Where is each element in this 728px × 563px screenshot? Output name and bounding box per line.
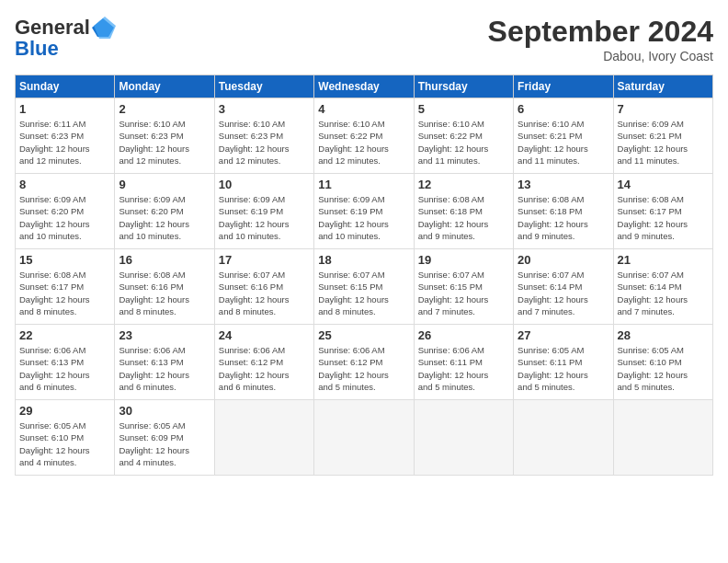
day-info: Sunrise: 6:07 AMSunset: 6:15 PMDaylight:… xyxy=(418,269,509,317)
calendar-cell: 30 Sunrise: 6:05 AMSunset: 6:09 PMDaylig… xyxy=(115,400,214,476)
day-number: 24 xyxy=(219,328,310,342)
calendar-header-row: SundayMondayTuesdayWednesdayThursdayFrid… xyxy=(16,75,713,98)
calendar-cell: 2 Sunrise: 6:10 AMSunset: 6:23 PMDayligh… xyxy=(115,98,214,174)
calendar-week-row: 15 Sunrise: 6:08 AMSunset: 6:17 PMDaylig… xyxy=(16,249,713,325)
calendar-cell: 16 Sunrise: 6:08 AMSunset: 6:16 PMDaylig… xyxy=(115,249,214,325)
day-number: 6 xyxy=(518,102,609,116)
day-info: Sunrise: 6:10 AMSunset: 6:23 PMDaylight:… xyxy=(219,118,310,167)
day-number: 22 xyxy=(19,328,110,342)
day-info: Sunrise: 6:10 AMSunset: 6:23 PMDaylight:… xyxy=(119,118,210,167)
calendar-header-sunday: Sunday xyxy=(16,75,115,98)
calendar-week-row: 29 Sunrise: 6:05 AMSunset: 6:10 PMDaylig… xyxy=(16,400,713,476)
day-info: Sunrise: 6:06 AMSunset: 6:13 PMDaylight:… xyxy=(19,344,110,393)
day-info: Sunrise: 6:07 AMSunset: 6:14 PMDaylight:… xyxy=(618,269,709,317)
day-info: Sunrise: 6:05 AMSunset: 6:10 PMDaylight:… xyxy=(19,419,110,468)
day-number: 8 xyxy=(19,178,110,191)
day-info: Sunrise: 6:08 AMSunset: 6:17 PMDaylight:… xyxy=(19,269,110,317)
day-info: Sunrise: 6:10 AMSunset: 6:21 PMDaylight:… xyxy=(518,118,609,167)
calendar-week-row: 1 Sunrise: 6:11 AMSunset: 6:23 PMDayligh… xyxy=(16,98,713,174)
day-info: Sunrise: 6:07 AMSunset: 6:16 PMDaylight:… xyxy=(219,269,310,317)
calendar-cell: 7 Sunrise: 6:09 AMSunset: 6:21 PMDayligh… xyxy=(613,98,712,174)
calendar-cell: 18 Sunrise: 6:07 AMSunset: 6:15 PMDaylig… xyxy=(314,249,414,325)
calendar-cell: 13 Sunrise: 6:08 AMSunset: 6:18 PMDaylig… xyxy=(514,174,613,249)
day-info: Sunrise: 6:09 AMSunset: 6:20 PMDaylight:… xyxy=(19,193,110,242)
day-number: 19 xyxy=(418,253,509,267)
calendar-header-friday: Friday xyxy=(514,75,613,98)
title-block: September 2024 Dabou, Ivory Coast xyxy=(488,15,713,63)
day-number: 16 xyxy=(119,253,210,267)
day-info: Sunrise: 6:08 AMSunset: 6:18 PMDaylight:… xyxy=(518,193,609,242)
calendar-header-wednesday: Wednesday xyxy=(314,75,414,98)
calendar-cell: 9 Sunrise: 6:09 AMSunset: 6:20 PMDayligh… xyxy=(115,174,214,249)
day-info: Sunrise: 6:06 AMSunset: 6:11 PMDaylight:… xyxy=(418,344,509,393)
day-number: 26 xyxy=(418,328,509,342)
calendar-cell: 21 Sunrise: 6:07 AMSunset: 6:14 PMDaylig… xyxy=(613,249,712,325)
calendar-cell: 22 Sunrise: 6:06 AMSunset: 6:13 PMDaylig… xyxy=(16,325,115,400)
calendar-header-monday: Monday xyxy=(115,75,214,98)
day-number: 2 xyxy=(119,102,210,116)
day-info: Sunrise: 6:06 AMSunset: 6:12 PMDaylight:… xyxy=(318,344,409,393)
calendar-cell: 24 Sunrise: 6:06 AMSunset: 6:12 PMDaylig… xyxy=(214,325,313,400)
day-info: Sunrise: 6:11 AMSunset: 6:23 PMDaylight:… xyxy=(19,118,110,167)
day-info: Sunrise: 6:08 AMSunset: 6:17 PMDaylight:… xyxy=(618,193,709,242)
calendar-cell xyxy=(414,400,513,476)
day-number: 28 xyxy=(618,328,709,342)
calendar-cell: 26 Sunrise: 6:06 AMSunset: 6:11 PMDaylig… xyxy=(414,325,513,400)
day-info: Sunrise: 6:08 AMSunset: 6:18 PMDaylight:… xyxy=(418,193,509,242)
day-info: Sunrise: 6:06 AMSunset: 6:13 PMDaylight:… xyxy=(119,344,210,393)
day-number: 23 xyxy=(119,328,210,342)
day-number: 13 xyxy=(518,178,609,191)
day-number: 1 xyxy=(19,102,110,116)
day-number: 20 xyxy=(518,253,609,267)
calendar-cell: 10 Sunrise: 6:09 AMSunset: 6:19 PMDaylig… xyxy=(214,174,313,249)
calendar-week-row: 8 Sunrise: 6:09 AMSunset: 6:20 PMDayligh… xyxy=(16,174,713,249)
day-number: 10 xyxy=(219,178,310,191)
location-subtitle: Dabou, Ivory Coast xyxy=(488,49,713,63)
month-title: September 2024 xyxy=(488,15,713,49)
day-info: Sunrise: 6:07 AMSunset: 6:14 PMDaylight:… xyxy=(518,269,609,317)
day-number: 12 xyxy=(418,178,509,191)
day-number: 11 xyxy=(318,178,409,191)
day-info: Sunrise: 6:07 AMSunset: 6:15 PMDaylight:… xyxy=(318,269,409,317)
calendar-header-saturday: Saturday xyxy=(613,75,712,98)
day-number: 4 xyxy=(318,102,409,116)
calendar-cell: 3 Sunrise: 6:10 AMSunset: 6:23 PMDayligh… xyxy=(214,98,313,174)
calendar-cell: 23 Sunrise: 6:06 AMSunset: 6:13 PMDaylig… xyxy=(115,325,214,400)
calendar-cell xyxy=(514,400,613,476)
calendar-cell xyxy=(214,400,313,476)
day-info: Sunrise: 6:05 AMSunset: 6:11 PMDaylight:… xyxy=(518,344,609,393)
day-number: 30 xyxy=(119,404,210,418)
calendar-cell: 14 Sunrise: 6:08 AMSunset: 6:17 PMDaylig… xyxy=(613,174,712,249)
day-number: 3 xyxy=(219,102,310,116)
day-number: 29 xyxy=(19,404,110,418)
day-info: Sunrise: 6:08 AMSunset: 6:16 PMDaylight:… xyxy=(119,269,210,317)
calendar-cell: 19 Sunrise: 6:07 AMSunset: 6:15 PMDaylig… xyxy=(414,249,513,325)
calendar-cell: 25 Sunrise: 6:06 AMSunset: 6:12 PMDaylig… xyxy=(314,325,414,400)
calendar-header-tuesday: Tuesday xyxy=(214,75,313,98)
day-info: Sunrise: 6:09 AMSunset: 6:21 PMDaylight:… xyxy=(618,118,709,167)
day-number: 15 xyxy=(19,253,110,267)
day-number: 18 xyxy=(318,253,409,267)
day-number: 21 xyxy=(618,253,709,267)
day-number: 14 xyxy=(618,178,709,191)
day-info: Sunrise: 6:09 AMSunset: 6:20 PMDaylight:… xyxy=(119,193,210,242)
day-info: Sunrise: 6:05 AMSunset: 6:09 PMDaylight:… xyxy=(119,419,210,468)
logo: General Blue xyxy=(15,15,116,61)
calendar-cell xyxy=(613,400,712,476)
day-number: 9 xyxy=(119,178,210,191)
day-number: 27 xyxy=(518,328,609,342)
calendar-cell: 4 Sunrise: 6:10 AMSunset: 6:22 PMDayligh… xyxy=(314,98,414,174)
day-info: Sunrise: 6:09 AMSunset: 6:19 PMDaylight:… xyxy=(318,193,409,242)
calendar-cell: 27 Sunrise: 6:05 AMSunset: 6:11 PMDaylig… xyxy=(514,325,613,400)
calendar-cell: 6 Sunrise: 6:10 AMSunset: 6:21 PMDayligh… xyxy=(514,98,613,174)
calendar-cell: 20 Sunrise: 6:07 AMSunset: 6:14 PMDaylig… xyxy=(514,249,613,325)
calendar-cell: 28 Sunrise: 6:05 AMSunset: 6:10 PMDaylig… xyxy=(613,325,712,400)
calendar-table: SundayMondayTuesdayWednesdayThursdayFrid… xyxy=(15,75,713,476)
logo-icon xyxy=(90,15,116,40)
calendar-cell xyxy=(314,400,414,476)
calendar-cell: 17 Sunrise: 6:07 AMSunset: 6:16 PMDaylig… xyxy=(214,249,313,325)
calendar-header-thursday: Thursday xyxy=(414,75,513,98)
day-number: 5 xyxy=(418,102,509,116)
day-info: Sunrise: 6:05 AMSunset: 6:10 PMDaylight:… xyxy=(618,344,709,393)
day-number: 17 xyxy=(219,253,310,267)
